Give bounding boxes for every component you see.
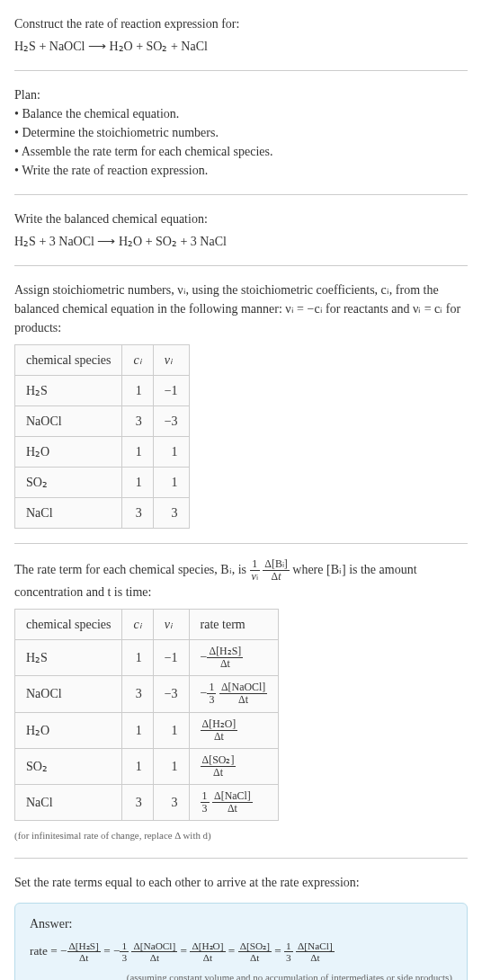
term-frac: Δ[NaCl]Δt — [296, 940, 335, 964]
term-coef: 13 — [120, 940, 129, 964]
frac-den: Δt — [207, 658, 243, 670]
table-row: NaOCl 3 −3 −13 Δ[NaOCl]Δt — [15, 676, 279, 712]
frac-num: Δ[H₂O] — [201, 718, 238, 731]
cell-rate: Δ[H₂O]Δt — [189, 712, 279, 748]
plan-item-text: Balance the chemical equation. — [22, 107, 179, 120]
cell-species: H₂S — [15, 376, 122, 406]
cell-c: 1 — [122, 748, 153, 784]
cell-v: 3 — [153, 784, 189, 820]
frac-num: 1 — [201, 790, 210, 803]
table-row: NaCl 3 3 13 Δ[NaCl]Δt — [15, 784, 279, 820]
table-row: SO₂11 — [15, 468, 190, 498]
frac-den: 3 — [284, 952, 293, 963]
table-header-row: chemical species cᵢ νᵢ rate term — [15, 610, 279, 640]
col-rate: rate term — [189, 610, 279, 640]
cell-c: 1 — [122, 376, 153, 406]
frac-den: Δt — [201, 731, 238, 743]
cell-c: 1 — [122, 640, 153, 676]
header-section: Construct the rate of reaction expressio… — [14, 14, 468, 56]
term-frac: Δ[H₂S]Δt — [67, 940, 101, 964]
frac-num: Δ[NaOCl] — [219, 682, 267, 694]
frac-num: Δ[SO₂] — [238, 940, 272, 952]
answer-box: Answer: rate = −Δ[H₂S]Δt = −13 Δ[NaOCl]Δ… — [14, 903, 468, 981]
answer-label: Answer: — [30, 914, 452, 933]
term-frac: Δ[H₂O]Δt — [190, 940, 225, 964]
rateterm-table: chemical species cᵢ νᵢ rate term H₂S 1 −… — [14, 609, 279, 821]
cell-v: −1 — [153, 376, 189, 406]
plan-title: Plan: — [14, 85, 468, 104]
frac-num: Δ[Bᵢ] — [263, 558, 290, 571]
plan-item: • Balance the chemical equation. — [14, 104, 468, 123]
rate-sign: − — [201, 686, 208, 699]
frac-den: Δt — [131, 952, 177, 963]
rateterm-section: The rate term for each chemical species,… — [14, 558, 468, 843]
answer-note: (assuming constant volume and no accumul… — [30, 970, 452, 980]
cell-species: NaCl — [15, 784, 122, 820]
cell-species: H₂O — [15, 437, 122, 468]
final-intro: Set the rate terms equal to each other t… — [14, 873, 468, 892]
final-section: Set the rate terms equal to each other t… — [14, 873, 468, 981]
cell-c: 1 — [122, 712, 153, 748]
frac-den: Δt — [67, 952, 101, 963]
table-header-row: chemical species cᵢ νᵢ — [15, 345, 190, 376]
cell-c: 3 — [122, 676, 153, 712]
rateterm-note: (for infinitesimal rate of change, repla… — [14, 828, 468, 842]
divider — [14, 194, 468, 195]
prompt-text: Construct the rate of reaction expressio… — [14, 14, 468, 33]
rate-expression: rate = −Δ[H₂S]Δt = −13 Δ[NaOCl]Δt = Δ[H₂… — [30, 940, 452, 964]
rate-frac: Δ[NaCl]Δt — [212, 790, 253, 815]
col-c: cᵢ — [122, 345, 153, 376]
cell-rate: −13 Δ[NaOCl]Δt — [189, 676, 279, 712]
rate-frac-delta: Δ[Bᵢ]Δt — [263, 558, 290, 583]
balanced-intro: Write the balanced chemical equation: — [14, 209, 468, 228]
plan-item: • Assemble the rate term for each chemic… — [14, 142, 468, 161]
frac-num: 1 — [207, 682, 216, 694]
col-v: νᵢ — [153, 610, 189, 640]
col-v-text: νᵢ — [165, 353, 173, 367]
frac-den: 3 — [120, 952, 129, 963]
frac-den: νᵢ — [250, 571, 260, 583]
frac-den: Δt — [212, 803, 253, 815]
rate-frac-coef: 1νᵢ — [250, 558, 260, 583]
frac-num: 1 — [120, 940, 129, 952]
rate-prefix: rate = — [30, 943, 60, 957]
cell-v: −3 — [153, 406, 189, 437]
balanced-equation: H₂S + 3 NaOCl ⟶ H₂O + SO₂ + 3 NaCl — [14, 232, 468, 251]
cell-rate: 13 Δ[NaCl]Δt — [189, 784, 279, 820]
frac-num: 1 — [284, 940, 293, 952]
cell-species: NaOCl — [15, 676, 122, 712]
frac-num: Δ[H₂O] — [190, 940, 225, 952]
frac-num: Δ[SO₂] — [201, 754, 237, 767]
rate-frac: Δ[NaOCl]Δt — [219, 682, 267, 706]
plan-item-text: Write the rate of reaction expression. — [22, 164, 208, 177]
frac-num: Δ[H₂S] — [207, 646, 243, 658]
table-row: H₂S1−1 — [15, 376, 190, 406]
frac-den: 3 — [201, 803, 210, 815]
plan-section: Plan: • Balance the chemical equation. •… — [14, 85, 468, 180]
cell-v: 1 — [153, 748, 189, 784]
cell-rate: Δ[SO₂]Δt — [189, 748, 279, 784]
rate-frac: Δ[SO₂]Δt — [201, 754, 237, 779]
plan-item-text: Assemble the rate term for each chemical… — [22, 145, 273, 158]
table-row: H₂O 1 1 Δ[H₂O]Δt — [15, 712, 279, 748]
cell-c: 1 — [122, 468, 153, 498]
term-coef: 13 — [284, 940, 293, 964]
cell-rate: −Δ[H₂S]Δt — [189, 640, 279, 676]
col-species: chemical species — [15, 610, 122, 640]
rateterm-intro: The rate term for each chemical species,… — [14, 558, 468, 601]
frac-num: Δ[NaCl] — [296, 940, 335, 952]
frac-den: Δt — [263, 571, 290, 583]
col-v-text: νᵢ — [165, 618, 173, 631]
frac-den: Δt — [190, 952, 225, 963]
col-c: cᵢ — [122, 610, 153, 640]
term-sign: − — [113, 943, 120, 957]
frac-num: Δ[NaCl] — [212, 790, 253, 803]
rate-coef: 13 — [201, 790, 210, 815]
cell-species: H₂O — [15, 712, 122, 748]
stoich-intro: Assign stoichiometric numbers, νᵢ, using… — [14, 281, 468, 337]
plan-item: • Determine the stoichiometric numbers. — [14, 123, 468, 142]
rate-frac: Δ[H₂S]Δt — [207, 646, 243, 670]
table-row: SO₂ 1 1 Δ[SO₂]Δt — [15, 748, 279, 784]
col-v: νᵢ — [153, 345, 189, 376]
balanced-section: Write the balanced chemical equation: H₂… — [14, 209, 468, 251]
